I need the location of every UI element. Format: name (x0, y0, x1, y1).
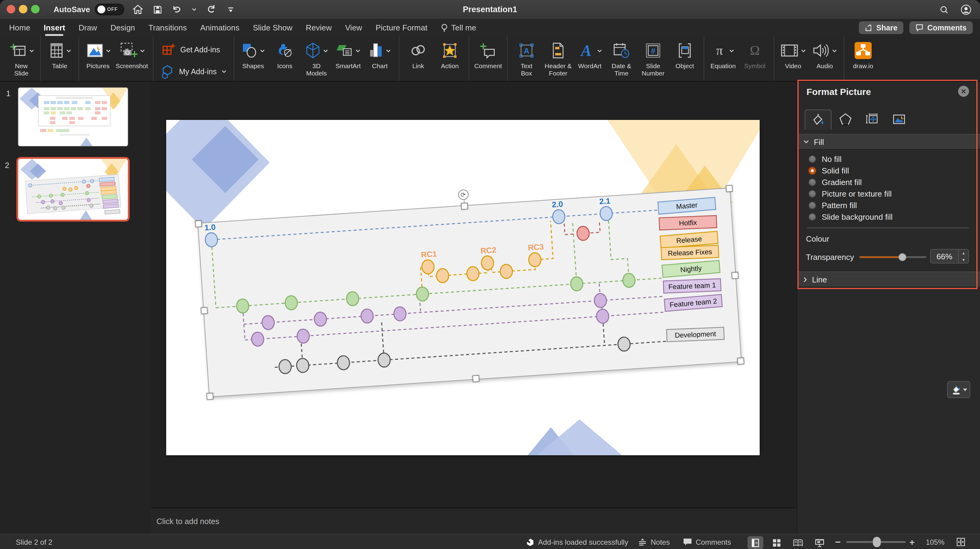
menu-tab-design[interactable]: Design (104, 19, 142, 37)
fit-slide-to-window-button[interactable] (956, 535, 966, 549)
transparency-step-up[interactable]: ▲ (959, 250, 969, 256)
resize-handle-top-left[interactable] (195, 220, 202, 228)
menu-tab-review[interactable]: Review (299, 19, 339, 37)
ribbon-button-icons[interactable]: Icons (269, 38, 301, 71)
comments-toggle[interactable]: Comments (683, 535, 731, 549)
ribbon-button-chart[interactable]: Chart (364, 38, 396, 71)
slide-sorter-view-button[interactable] (769, 536, 784, 549)
menu-tab-picture-format[interactable]: Picture Format (369, 19, 434, 37)
selected-picture-git-diagram[interactable]: 1.02.02.1RC1RC2RC3MasterHotfixReleaseRel… (197, 188, 742, 398)
ribbon-button-3d-models[interactable]: 3DModels (301, 38, 332, 78)
colour-picker-button[interactable] (947, 381, 970, 398)
ribbon-button-slide-number[interactable]: #SlideNumber (637, 38, 669, 78)
ribbon-button-header-footer[interactable]: Header &Footer (542, 38, 574, 78)
reading-view-button[interactable] (790, 536, 806, 549)
zoom-slider[interactable] (846, 541, 906, 543)
tab-effects[interactable] (833, 110, 858, 129)
ribbon-button-shapes[interactable]: Shapes (237, 38, 269, 71)
ribbon-button-smartart[interactable]: SmartArt (332, 38, 364, 71)
account-icon[interactable] (961, 4, 972, 15)
radio-unselected[interactable] (808, 202, 816, 209)
tab-size-and-position[interactable] (859, 110, 885, 129)
fill-option-slide-background-fill[interactable]: Slide background fill (797, 211, 980, 223)
slideshow-view-button[interactable] (811, 536, 827, 549)
menu-tab-draw[interactable]: Draw (72, 19, 104, 37)
save-icon[interactable] (152, 4, 163, 15)
comments-button[interactable]: Comments (910, 21, 973, 34)
fill-option-pattern-fill[interactable]: Pattern fill (797, 200, 980, 211)
undo-icon[interactable] (172, 4, 183, 15)
panel-close-button[interactable]: ✕ (958, 86, 969, 97)
tab-fill-and-line[interactable] (805, 110, 832, 130)
ribbon-button-wordart[interactable]: AWordArt (574, 38, 606, 71)
ribbon-button-screenshot[interactable]: Screenshot (114, 38, 150, 71)
home-icon[interactable] (133, 4, 144, 15)
ribbon-button-comment[interactable]: Comment (473, 38, 504, 71)
notes-pane[interactable]: Click to add notes (151, 508, 797, 534)
line-section-header[interactable]: Line (797, 272, 980, 287)
resize-handle-bottom-left[interactable] (206, 393, 213, 400)
ribbon-button-text-box[interactable]: ATextBox (511, 38, 542, 78)
zoom-slider-thumb[interactable] (873, 537, 881, 547)
menu-tab-view[interactable]: View (339, 19, 369, 37)
radio-unselected[interactable] (808, 155, 816, 163)
resize-handle-bottom-right[interactable] (737, 358, 744, 364)
slide-1-thumbnail[interactable] (18, 88, 128, 146)
menu-tab-insert[interactable]: Insert (37, 19, 72, 37)
customize-quick-access-icon[interactable] (225, 4, 236, 15)
ribbon-button-audio[interactable]: Audio (809, 38, 841, 71)
radio-unselected[interactable] (808, 190, 816, 198)
resize-handle-top-center[interactable] (460, 203, 468, 210)
redo-icon[interactable] (206, 4, 217, 15)
ribbon-button-get-add-ins[interactable]: Get Add-ins (161, 42, 220, 57)
menu-tab-slide-show[interactable]: Slide Show (246, 19, 299, 37)
ribbon-button-video[interactable]: Video (777, 38, 809, 71)
resize-handle-middle-left[interactable] (200, 307, 208, 314)
autosave-toggle[interactable]: OFF (95, 4, 124, 15)
autosave-control[interactable]: AutoSave OFF (54, 4, 124, 15)
ribbon-button-new-slide[interactable]: NewSlide (5, 38, 37, 78)
ribbon-button-draw-io[interactable]: draw.io (847, 38, 879, 71)
fill-option-no-fill[interactable]: No fill (797, 153, 980, 165)
rotate-handle[interactable]: ⟳ (458, 189, 469, 200)
resize-handle-top-right[interactable] (726, 185, 733, 192)
search-icon[interactable] (939, 4, 950, 15)
ribbon-button-action[interactable]: Action (434, 38, 466, 71)
resize-handle-bottom-center[interactable] (472, 375, 479, 382)
radio-unselected[interactable] (808, 213, 816, 221)
slide-2-thumbnail[interactable] (16, 157, 130, 221)
radio-unselected[interactable] (808, 178, 816, 186)
share-button[interactable]: Share (859, 21, 904, 34)
fill-option-solid-fill[interactable]: Solid fill (797, 165, 980, 177)
normal-view-button[interactable] (748, 536, 763, 549)
ribbon-button-table[interactable]: Table (44, 38, 75, 71)
tab-picture[interactable] (886, 110, 912, 129)
radio-selected[interactable] (808, 167, 816, 175)
ribbon-button-date-time[interactable]: Date &Time (606, 38, 637, 78)
resize-handle-middle-right[interactable] (731, 272, 738, 278)
menu-tab-home[interactable]: Home (2, 19, 37, 37)
zoom-out-button[interactable]: − (835, 535, 841, 549)
transparency-slider-thumb[interactable] (899, 253, 907, 261)
transparency-steppers[interactable]: ▲ ▼ (958, 250, 969, 263)
zoom-in-button[interactable]: + (909, 535, 915, 549)
ribbon-button-equation[interactable]: πEquation (707, 38, 739, 71)
maximize-window-button[interactable] (31, 5, 40, 13)
ribbon-button-my-add-ins[interactable]: My Add-ins (161, 64, 226, 79)
menu-tab-animations[interactable]: Animations (194, 19, 246, 37)
close-window-button[interactable] (7, 5, 15, 13)
undo-dropdown-chevron-icon[interactable] (191, 4, 197, 15)
ribbon-button-link[interactable]: Link (402, 38, 434, 71)
transparency-slider[interactable] (859, 256, 926, 258)
notes-toggle[interactable]: Notes (638, 535, 670, 549)
transparency-step-down[interactable]: ▼ (959, 256, 969, 263)
ribbon-button-object[interactable]: Object (669, 38, 701, 71)
ribbon-button-pictures[interactable]: Pictures (82, 38, 114, 71)
menu-tab-tell-me[interactable]: Tell me (434, 19, 483, 37)
fill-section-header[interactable]: Fill (797, 134, 980, 150)
minimize-window-button[interactable] (19, 5, 27, 13)
slide-2-editing-area[interactable]: 1.02.02.1RC1RC2RC3MasterHotfixReleaseRel… (166, 120, 760, 455)
fill-option-gradient-fill[interactable]: Gradient fill (797, 177, 980, 188)
menu-tab-transitions[interactable]: Transitions (142, 19, 194, 37)
transparency-value-box[interactable]: 66% ▲ ▼ (930, 249, 969, 264)
